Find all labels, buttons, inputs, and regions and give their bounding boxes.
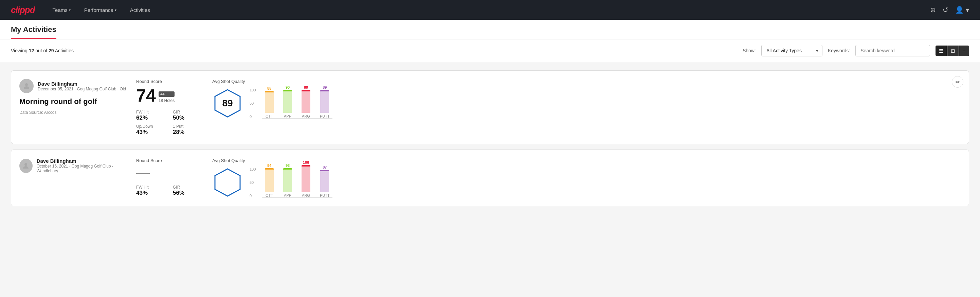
show-label: Show:: [743, 48, 756, 53]
user-name: Dave Billingham: [37, 158, 128, 164]
viewing-count: 12: [29, 48, 34, 53]
updown-stat: Up/Down 43%: [136, 124, 167, 136]
svg-marker-3: [215, 169, 240, 196]
fw-hit-value: 43%: [136, 190, 167, 196]
activity-card: Dave Billingham October 16, 2021 · Gog M…: [11, 150, 969, 206]
avatar: [19, 159, 33, 173]
gir-stat: GIR 56%: [173, 185, 204, 196]
nav-performance[interactable]: Performance ▾: [83, 1, 118, 19]
hexagon-value: 89: [222, 98, 232, 109]
activities-list: ✏ Dave Billingham December 05, 2021 · Go…: [0, 62, 980, 214]
page-title: My Activities: [11, 25, 56, 39]
activity-title: Morning round of golf: [19, 97, 128, 106]
nav-performance-label: Performance: [84, 7, 113, 13]
gir-label: GIR: [173, 110, 204, 115]
user-avatar-icon[interactable]: 👤 ▾: [955, 6, 969, 14]
chevron-down-icon: ▾: [115, 8, 116, 12]
quality-section: Avg Shot Quality 10050094OTT93APP106ARG8…: [212, 158, 375, 198]
view-toggle: ☰ ⊞ ≡: [935, 46, 969, 56]
activity-type-dropdown[interactable]: All Activity Types: [761, 45, 822, 56]
hexagon: 89: [212, 88, 243, 118]
hexagon-container: [212, 167, 243, 198]
user-date: December 05, 2021 · Gog Magog Golf Club …: [38, 87, 126, 91]
filter-bar: Viewing 12 out of 29 Activities Show: Al…: [0, 40, 980, 62]
gir-label: GIR: [173, 185, 204, 190]
user-info: Dave Billingham October 16, 2021 · Gog M…: [19, 158, 128, 173]
card-left: Dave Billingham October 16, 2021 · Gog M…: [19, 158, 128, 177]
updown-label: Up/Down: [136, 124, 167, 129]
fw-hit-stat: FW Hit 43%: [136, 185, 167, 196]
one-putt-value: 28%: [173, 129, 204, 136]
updown-value: 43%: [136, 129, 167, 136]
keywords-label: Keywords:: [828, 48, 850, 53]
hexagon-container: 89: [212, 88, 243, 118]
activities-label: Activities: [55, 48, 74, 53]
nav-activities[interactable]: Activities: [129, 1, 151, 19]
nav-right: ⊕ ↺ 👤 ▾: [930, 6, 969, 14]
stats-section: Round Score — FW Hit 43% GIR 56%: [136, 158, 204, 196]
score-value: 74: [136, 87, 156, 104]
stats-grid: FW Hit 43% GIR 56%: [136, 185, 204, 196]
grid-view-button[interactable]: ⊞: [947, 46, 959, 56]
nav-activities-label: Activities: [130, 7, 150, 13]
fw-hit-label: FW Hit: [136, 185, 167, 190]
navbar: clippd Teams ▾ Performance ▾ Activities …: [0, 0, 980, 20]
avg-shot-quality-title: Avg Shot Quality: [212, 79, 332, 84]
svg-point-0: [25, 83, 28, 86]
search-input[interactable]: [855, 45, 930, 56]
activity-type-dropdown-wrapper: All Activity Types: [761, 45, 822, 56]
refresh-icon[interactable]: ↺: [943, 6, 948, 14]
svg-point-2: [24, 163, 27, 166]
gir-value: 50%: [173, 115, 204, 121]
one-putt-label: 1 Putt: [173, 124, 204, 129]
out-of-text: out of: [35, 48, 47, 53]
filter-controls: Show: All Activity Types Keywords: ☰ ⊞ ≡: [743, 45, 969, 56]
round-score-label: Round Score: [136, 158, 204, 163]
page-header: My Activities: [0, 20, 980, 40]
fw-hit-label: FW Hit: [136, 110, 167, 115]
round-score-label: Round Score: [136, 79, 204, 84]
avatar: [19, 79, 33, 93]
shot-quality-chart: 10050085OTT90APP89ARG89PUTT: [250, 88, 332, 118]
list-compact-view-button[interactable]: ☰: [935, 46, 947, 56]
holes: 18 Holes: [159, 98, 175, 103]
card-left: Dave Billingham December 05, 2021 · Gog …: [19, 79, 128, 115]
nav-teams[interactable]: Teams ▾: [51, 1, 72, 19]
stats-grid: FW Hit 62% GIR 50% Up/Down 43% 1 Putt 28…: [136, 110, 204, 136]
viewing-text: Viewing: [11, 48, 27, 53]
one-putt-stat: 1 Putt 28%: [173, 124, 204, 136]
total-count: 29: [49, 48, 54, 53]
data-source: Data Source: Arccos: [19, 110, 128, 115]
add-icon[interactable]: ⊕: [930, 6, 936, 14]
logo: clippd: [11, 5, 35, 15]
nav-teams-label: Teams: [52, 7, 68, 13]
gir-stat: GIR 50%: [173, 110, 204, 121]
hexagon: [212, 167, 243, 198]
quality-section: Avg Shot Quality 89 10050085OTT90APP89AR…: [212, 79, 375, 118]
avg-shot-quality-title: Avg Shot Quality: [212, 158, 332, 163]
user-info: Dave Billingham December 05, 2021 · Gog …: [19, 79, 128, 93]
shot-quality-chart: 10050094OTT93APP106ARG87PUTT: [250, 167, 332, 198]
list-detail-view-button[interactable]: ≡: [959, 46, 969, 56]
score-value: —: [136, 166, 150, 179]
edit-button[interactable]: ✏: [952, 76, 963, 88]
viewing-info: Viewing 12 out of 29 Activities: [11, 48, 74, 53]
score-badge: +4: [159, 91, 175, 97]
fw-hit-stat: FW Hit 62%: [136, 110, 167, 121]
stats-section: Round Score 74 +4 18 Holes FW Hit 62% GI…: [136, 79, 204, 136]
fw-hit-value: 62%: [136, 115, 167, 121]
user-date: October 16, 2021 · Gog Magog Golf Club ·…: [37, 164, 128, 173]
gir-value: 56%: [173, 190, 204, 196]
user-name: Dave Billingham: [38, 81, 126, 87]
chevron-down-icon: ▾: [69, 8, 71, 12]
round-score-row: 74 +4 18 Holes: [136, 87, 204, 104]
activity-card: ✏ Dave Billingham December 05, 2021 · Go…: [11, 70, 969, 144]
round-score-row: —: [136, 166, 204, 179]
